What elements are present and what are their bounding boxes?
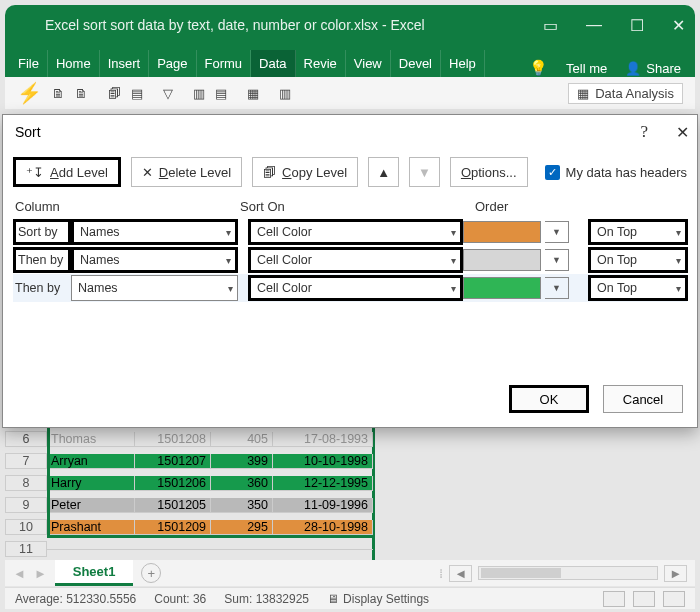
cell-date[interactable]: 17-08-1993 bbox=[273, 432, 373, 447]
row-header[interactable]: 6 bbox=[5, 431, 47, 447]
refresh-icon[interactable]: 🗐 bbox=[108, 86, 121, 101]
display-settings-button[interactable]: 🖥 Display Settings bbox=[327, 592, 429, 606]
close-icon[interactable]: ✕ bbox=[676, 123, 689, 142]
tab-review[interactable]: Revie bbox=[296, 50, 346, 77]
sort-on-combo[interactable]: Cell Color▾ bbox=[248, 247, 463, 273]
page-break-view-button[interactable] bbox=[663, 591, 685, 607]
column-combo[interactable]: Names▾ bbox=[71, 219, 238, 245]
cell-name[interactable]: Arryan bbox=[47, 454, 135, 469]
from-web-icon[interactable]: 🗎 bbox=[75, 86, 88, 101]
tab-page[interactable]: Page bbox=[149, 50, 196, 77]
table-row[interactable]: 7Arryan150120739910-10-1998 bbox=[5, 450, 372, 472]
filter-icon[interactable]: ▽ bbox=[163, 86, 173, 101]
order-color-combo[interactable]: ▼ bbox=[463, 219, 588, 245]
cell-id[interactable]: 1501209 bbox=[135, 520, 211, 535]
get-data-icon[interactable]: ⚡ bbox=[17, 81, 42, 105]
flash-fill-icon[interactable]: ▤ bbox=[215, 86, 227, 101]
cell-val[interactable]: 360 bbox=[211, 476, 273, 491]
row-header[interactable]: 9 bbox=[5, 497, 47, 513]
cell-val[interactable]: 399 bbox=[211, 454, 273, 469]
sheet-tab[interactable]: Sheet1 bbox=[55, 560, 134, 586]
lightbulb-icon[interactable]: 💡 bbox=[529, 59, 548, 77]
tell-me-label[interactable]: Tell me bbox=[566, 61, 607, 76]
new-sheet-button[interactable]: + bbox=[141, 563, 161, 583]
cell-name[interactable] bbox=[47, 549, 135, 550]
move-down-button[interactable]: ▼ bbox=[409, 157, 440, 187]
tab-developer[interactable]: Devel bbox=[391, 50, 441, 77]
sort-on-combo[interactable]: Cell Color▾ bbox=[248, 219, 463, 245]
minimize-icon[interactable]: — bbox=[586, 16, 602, 35]
tab-scroll-left-icon[interactable]: ◄ bbox=[13, 566, 26, 581]
delete-level-button[interactable]: ✕ Delete Level bbox=[131, 157, 242, 187]
ribbon-display-icon[interactable]: ▭ bbox=[543, 16, 558, 35]
group-icon[interactable]: ▥ bbox=[279, 86, 291, 101]
scroll-left-icon[interactable]: ◄ bbox=[449, 565, 472, 582]
page-layout-view-button[interactable] bbox=[633, 591, 655, 607]
column-combo[interactable]: Names▾ bbox=[71, 247, 238, 273]
order-color-combo[interactable]: ▼ bbox=[463, 247, 588, 273]
ok-button[interactable]: OK bbox=[509, 385, 589, 413]
cell-name[interactable]: Prashant bbox=[47, 520, 135, 535]
row-header[interactable]: 11 bbox=[5, 541, 47, 557]
cell-id[interactable]: 1501207 bbox=[135, 454, 211, 469]
tab-insert[interactable]: Insert bbox=[100, 50, 150, 77]
properties-icon[interactable]: ▤ bbox=[131, 86, 143, 101]
cell-date[interactable]: 28-10-1998 bbox=[273, 520, 373, 535]
normal-view-button[interactable] bbox=[603, 591, 625, 607]
data-analysis-button[interactable]: ▦ Data Analysis bbox=[568, 83, 683, 104]
tab-help[interactable]: Help bbox=[441, 50, 485, 77]
cancel-button[interactable]: Cancel bbox=[603, 385, 683, 413]
maximize-icon[interactable]: ☐ bbox=[630, 16, 644, 35]
cell-date[interactable] bbox=[273, 549, 373, 550]
cell-id[interactable] bbox=[135, 549, 211, 550]
table-row[interactable]: 10Prashant150120929528-10-1998 bbox=[5, 516, 372, 538]
tab-formulas[interactable]: Formu bbox=[197, 50, 252, 77]
order-position-combo[interactable]: On Top▾ bbox=[588, 247, 688, 273]
tab-scroll-right-icon[interactable]: ► bbox=[34, 566, 47, 581]
tab-file[interactable]: File bbox=[10, 50, 48, 77]
help-icon[interactable]: ? bbox=[640, 122, 648, 142]
row-header[interactable]: 10 bbox=[5, 519, 47, 535]
column-combo[interactable]: Names▾ bbox=[71, 275, 238, 301]
cell-id[interactable]: 1501208 bbox=[135, 432, 211, 447]
cell-date[interactable]: 11-09-1996 bbox=[273, 498, 373, 513]
horizontal-scrollbar[interactable] bbox=[478, 566, 658, 580]
cell-name[interactable]: Harry bbox=[47, 476, 135, 491]
close-window-icon[interactable]: ✕ bbox=[672, 16, 685, 35]
cell-id[interactable]: 1501206 bbox=[135, 476, 211, 491]
cell-date[interactable]: 10-10-1998 bbox=[273, 454, 373, 469]
cell-val[interactable]: 405 bbox=[211, 432, 273, 447]
row-header[interactable]: 8 bbox=[5, 475, 47, 491]
cell-name[interactable]: Thomas bbox=[47, 432, 135, 447]
row-header[interactable]: 7 bbox=[5, 453, 47, 469]
share-button[interactable]: 👤 Share bbox=[625, 61, 681, 76]
cell-id[interactable]: 1501205 bbox=[135, 498, 211, 513]
split-handle-icon[interactable]: ⁞ bbox=[439, 566, 443, 581]
cell-val[interactable]: 295 bbox=[211, 520, 273, 535]
cell-val[interactable]: 350 bbox=[211, 498, 273, 513]
tab-data[interactable]: Data bbox=[251, 50, 295, 77]
copy-level-button[interactable]: 🗐 Copy Level bbox=[252, 157, 358, 187]
tab-home[interactable]: Home bbox=[48, 50, 100, 77]
table-row[interactable]: 11 bbox=[5, 538, 372, 560]
table-row[interactable]: 8Harry150120636012-12-1995 bbox=[5, 472, 372, 494]
cell-val[interactable] bbox=[211, 549, 273, 550]
order-position-combo[interactable]: On Top▾ bbox=[588, 275, 688, 301]
order-position-combo[interactable]: On Top▾ bbox=[588, 219, 688, 245]
cell-date[interactable]: 12-12-1995 bbox=[273, 476, 373, 491]
order-color-combo[interactable]: ▼ bbox=[463, 275, 588, 301]
whatif-icon[interactable]: ▦ bbox=[247, 86, 259, 101]
from-text-icon[interactable]: 🗎 bbox=[52, 86, 65, 101]
tab-view[interactable]: View bbox=[346, 50, 391, 77]
options-button[interactable]: Options... bbox=[450, 157, 528, 187]
scroll-right-icon[interactable]: ► bbox=[664, 565, 687, 582]
table-row[interactable]: 6Thomas150120840517-08-1993 bbox=[5, 428, 372, 450]
sort-on-combo[interactable]: Cell Color▾ bbox=[248, 275, 463, 301]
my-data-has-headers-checkbox[interactable]: ✓ My data has headers bbox=[545, 165, 687, 180]
worksheet-area[interactable]: 6Thomas150120840517-08-19937Arryan150120… bbox=[5, 428, 695, 560]
add-level-button[interactable]: ⁺↧ Add Level bbox=[13, 157, 121, 187]
table-row[interactable]: 9Peter150120535011-09-1996 bbox=[5, 494, 372, 516]
cell-name[interactable]: Peter bbox=[47, 498, 135, 513]
text-to-columns-icon[interactable]: ▥ bbox=[193, 86, 205, 101]
move-up-button[interactable]: ▲ bbox=[368, 157, 399, 187]
